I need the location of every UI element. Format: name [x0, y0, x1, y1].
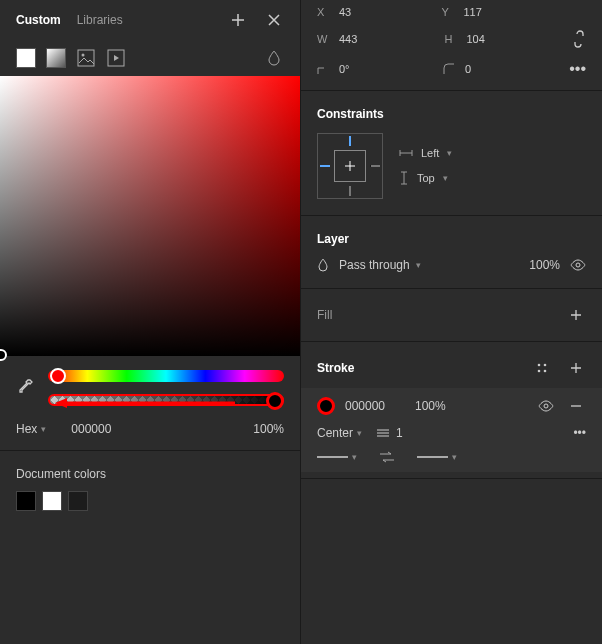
swap-caps-icon[interactable] [379, 451, 395, 463]
start-cap-select[interactable]: ▾ [317, 450, 357, 464]
svg-rect-0 [78, 50, 94, 66]
svg-point-6 [544, 364, 547, 367]
constraints-section: Constraints Left▾ Top▾ [301, 97, 602, 209]
stroke-caps-row: ▾ ▾ [317, 450, 586, 464]
constraint-v-value: Top [417, 172, 435, 184]
stroke-body: Center▾ ••• ▾ ▾ [301, 388, 602, 472]
swatch-dark[interactable] [68, 491, 88, 511]
stroke-weight-field [376, 426, 426, 440]
eyedropper-icon[interactable] [16, 378, 36, 398]
layer-title: Layer [317, 232, 586, 246]
stroke-hex-input[interactable] [345, 399, 405, 413]
corner-input[interactable] [465, 63, 511, 75]
w-input[interactable] [339, 33, 385, 45]
blend-mode-select[interactable]: Pass through▾ [339, 258, 421, 272]
blend-mode-value: Pass through [339, 258, 410, 272]
stroke-position-select[interactable]: Center▾ [317, 426, 362, 440]
svg-point-1 [82, 54, 85, 57]
divider [301, 215, 602, 216]
fill-title: Fill [317, 308, 332, 322]
visibility-eye-icon[interactable] [570, 259, 586, 271]
fill-video-icon[interactable] [106, 48, 126, 68]
constraint-vertical-select[interactable]: Top▾ [399, 171, 452, 185]
plus-icon[interactable] [228, 10, 248, 30]
blend-drop-icon[interactable] [264, 48, 284, 68]
position-row: X Y [301, 0, 602, 24]
hex-input[interactable] [56, 422, 126, 436]
svg-point-8 [544, 370, 547, 373]
divider [301, 341, 602, 342]
divider [301, 90, 602, 91]
hex-format-select[interactable]: Hex▾ [16, 422, 46, 436]
stroke-style-icon[interactable] [532, 358, 552, 378]
constraint-horizontal-select[interactable]: Left▾ [399, 147, 452, 159]
hex-opacity-input[interactable]: 100% [253, 422, 284, 436]
size-row: W H [301, 24, 602, 54]
more-options-icon[interactable]: ••• [569, 60, 586, 78]
link-dimensions-icon[interactable] [572, 30, 586, 48]
tab-custom[interactable]: Custom [16, 13, 61, 27]
properties-panel: X Y W H ••• Constraints Left▾ Top▾ [300, 0, 602, 644]
y-input[interactable] [464, 6, 510, 18]
stroke-color-swatch[interactable] [317, 397, 335, 415]
layer-section: Layer Pass through▾ [301, 222, 602, 282]
fill-section-header: Fill [301, 295, 602, 335]
h-input[interactable] [467, 33, 513, 45]
x-label: X [317, 6, 331, 18]
document-colors-title: Document colors [16, 467, 284, 481]
add-stroke-icon[interactable] [566, 358, 586, 378]
constraints-title: Constraints [317, 107, 586, 121]
transform-row: ••• [301, 54, 602, 84]
svg-point-5 [538, 364, 541, 367]
stroke-position-value: Center [317, 426, 353, 440]
fill-gradient-icon[interactable] [46, 48, 66, 68]
stroke-title: Stroke [317, 361, 354, 375]
h-label: H [445, 33, 459, 45]
divider [301, 478, 602, 479]
divider [301, 288, 602, 289]
tab-libraries[interactable]: Libraries [77, 13, 123, 27]
stroke-more-icon[interactable]: ••• [573, 426, 586, 440]
color-tabs: Custom Libraries [0, 0, 300, 40]
annotation-arrow-icon [55, 398, 235, 408]
hue-slider[interactable] [48, 370, 284, 382]
alpha-handle[interactable] [266, 392, 284, 410]
blend-drop-icon [317, 258, 329, 272]
fill-type-row [0, 40, 300, 76]
w-label: W [317, 33, 331, 45]
y-label: Y [442, 6, 456, 18]
stroke-weight-icon [376, 428, 390, 438]
stroke-opacity-input[interactable] [415, 399, 461, 413]
fill-image-icon[interactable] [76, 48, 96, 68]
corner-radius-icon [443, 63, 457, 75]
stroke-weight-input[interactable] [396, 426, 426, 440]
end-cap-select[interactable]: ▾ [417, 450, 457, 464]
hue-handle[interactable] [50, 368, 66, 384]
svg-point-4 [576, 263, 580, 267]
svg-point-7 [538, 370, 541, 373]
fill-solid-icon[interactable] [16, 48, 36, 68]
hex-row: Hex▾ 100% [0, 414, 300, 444]
rotation-input[interactable] [339, 63, 385, 75]
svg-point-9 [544, 404, 548, 408]
layer-opacity-input[interactable] [514, 258, 560, 272]
add-fill-icon[interactable] [566, 305, 586, 325]
stroke-section-header: Stroke [301, 348, 602, 388]
slider-row [0, 356, 300, 414]
close-icon[interactable] [264, 10, 284, 30]
document-colors-section: Document colors [0, 457, 300, 521]
remove-stroke-icon[interactable] [566, 396, 586, 416]
hex-label-text: Hex [16, 422, 37, 436]
constraint-diagram[interactable] [317, 133, 383, 199]
stroke-visibility-icon[interactable] [538, 400, 554, 412]
color-picker-panel: Custom Libraries Hex▾ 100% [0, 0, 300, 644]
swatch-white[interactable] [42, 491, 62, 511]
x-input[interactable] [339, 6, 385, 18]
rotation-icon [317, 63, 331, 75]
alpha-slider[interactable] [48, 394, 284, 406]
swatch-black[interactable] [16, 491, 36, 511]
constraint-h-value: Left [421, 147, 439, 159]
document-color-swatches [16, 491, 284, 511]
color-saturation-area[interactable] [0, 76, 300, 356]
stroke-color-row [317, 396, 586, 416]
